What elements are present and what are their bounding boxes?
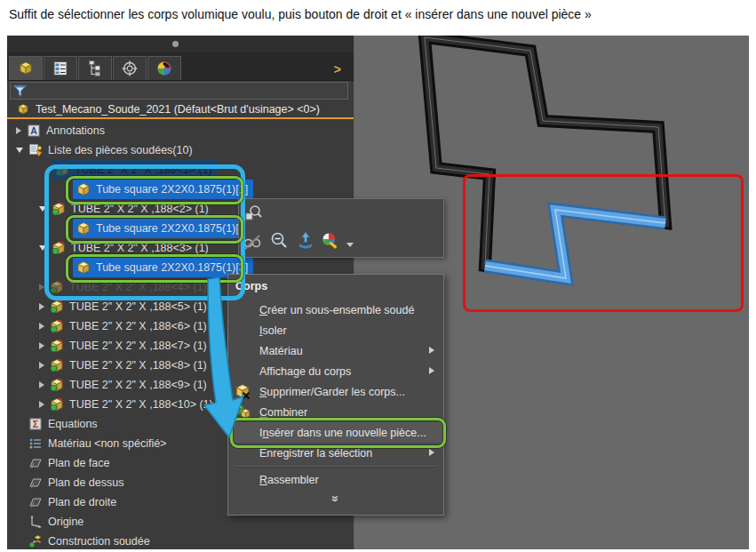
tree-item-label: Equations bbox=[48, 418, 98, 430]
hide-body-icon[interactable] bbox=[243, 232, 262, 252]
cutlist-folder-icon bbox=[50, 319, 64, 333]
filter-funnel-icon bbox=[12, 84, 28, 99]
tree-item-label: Annotations bbox=[46, 124, 105, 137]
expand-arrow-icon[interactable] bbox=[39, 323, 44, 330]
tab-propertymanager[interactable] bbox=[44, 56, 77, 80]
collapse-arrow-icon[interactable] bbox=[16, 148, 23, 153]
tab-displaymanager[interactable] bbox=[147, 56, 181, 80]
menu-item-label: Supprimer/Garder les corps... bbox=[259, 386, 405, 398]
menu-item-label: Rassembler bbox=[259, 474, 319, 486]
list-icon bbox=[52, 60, 69, 77]
tree-item-label: Plan de face bbox=[48, 457, 110, 469]
tree-item-label: Plan de droite bbox=[48, 496, 116, 508]
equations-sigma-icon bbox=[28, 417, 43, 431]
tab-configurationmanager[interactable] bbox=[78, 56, 112, 80]
plane-icon bbox=[28, 495, 43, 509]
cutlist-folder-icon bbox=[50, 300, 64, 314]
cutlist-folder-icon bbox=[50, 358, 64, 372]
tree-item-weldment-feature[interactable]: Construction soudée bbox=[7, 532, 354, 549]
menu-item-label: Enregistrer la sélection bbox=[259, 447, 372, 460]
expand-arrow-icon[interactable] bbox=[39, 381, 44, 388]
origin-axes-icon bbox=[28, 515, 43, 529]
appearances-icon[interactable] bbox=[321, 230, 340, 250]
isolate-icon[interactable] bbox=[296, 230, 315, 250]
menu-item-label: Combiner bbox=[259, 406, 307, 419]
screenshot-page: Suffit de sélectionner les corps volumiq… bbox=[0, 0, 756, 552]
context-shortcut-toolbar bbox=[238, 198, 444, 258]
expand-arrow-icon[interactable] bbox=[39, 401, 44, 408]
green-highlight-box-body2 bbox=[66, 215, 243, 244]
tree-item-annotations[interactable]: Annotations bbox=[7, 121, 354, 140]
plane-icon bbox=[28, 476, 43, 490]
tree-item-label: Plan de dessus bbox=[48, 476, 123, 489]
expand-arrow-icon[interactable] bbox=[39, 303, 44, 310]
tree-item-weldment-cutlist[interactable]: Liste des pièces soudées(10) bbox=[7, 140, 354, 160]
tree-icon bbox=[86, 60, 104, 77]
tab-featuremanager[interactable] bbox=[9, 56, 43, 80]
part-icon bbox=[17, 60, 35, 77]
expand-arrow-icon[interactable] bbox=[39, 342, 44, 349]
filter-bar bbox=[7, 80, 354, 101]
tree-filter-input[interactable] bbox=[10, 82, 348, 100]
green-highlight-box-body1 bbox=[66, 176, 243, 204]
annotation-arrow bbox=[183, 276, 263, 449]
color-ball-icon bbox=[155, 60, 173, 77]
cutlist-folder-icon bbox=[50, 339, 64, 353]
tree-item-label: Liste des pièces soudées(10) bbox=[48, 144, 193, 156]
annotations-icon bbox=[27, 124, 41, 138]
cutlist-folder-icon bbox=[50, 378, 64, 392]
menu-separator bbox=[235, 466, 436, 467]
cutlist-folder-icon bbox=[50, 397, 64, 412]
solidworks-window: > Test_Mecano_Soude_2021 (Défaut<Brut d'… bbox=[7, 36, 749, 549]
part-document-icon bbox=[16, 102, 30, 116]
magnify-selection-icon[interactable] bbox=[269, 231, 289, 251]
weldment-icon bbox=[28, 534, 43, 548]
red-annotation-rectangle bbox=[463, 174, 744, 312]
tree-item-label: Origine bbox=[48, 516, 84, 528]
document-title: Test_Mecano_Soude_2021 (Défaut<Brut d'us… bbox=[36, 103, 320, 116]
document-root-row[interactable]: Test_Mecano_Soude_2021 (Défaut<Brut d'us… bbox=[7, 101, 354, 117]
weldment-list-icon bbox=[28, 143, 43, 157]
zoom-to-selection-icon[interactable] bbox=[243, 204, 263, 223]
menu-item-label: Matériau bbox=[259, 345, 303, 357]
menu-item-label: Affichage du corps bbox=[259, 365, 351, 378]
caption-text: Suffit de sélectionner les corps volumiq… bbox=[9, 7, 592, 21]
menu-item-collapse-items[interactable]: Rassembler bbox=[229, 469, 442, 490]
submenu-arrow-icon bbox=[429, 347, 434, 354]
expand-arrow-icon[interactable] bbox=[39, 362, 44, 369]
tree-item-label: Construction soudée bbox=[48, 535, 150, 548]
panel-grip-dot-icon bbox=[172, 41, 179, 47]
tab-overflow-chevron-icon[interactable]: > bbox=[334, 63, 341, 76]
expand-arrow-icon[interactable] bbox=[16, 127, 21, 134]
panel-tab-bar: > bbox=[7, 52, 354, 81]
menu-expand-chevron-icon[interactable]: » bbox=[228, 492, 443, 506]
panel-grip[interactable] bbox=[7, 36, 354, 52]
rollback-bar[interactable] bbox=[7, 117, 354, 119]
material-icon bbox=[28, 436, 43, 451]
submenu-arrow-icon bbox=[429, 449, 434, 456]
menu-item-label: Isoler bbox=[259, 324, 287, 337]
submenu-arrow-icon bbox=[429, 367, 434, 374]
tree-item-label: Matériau <non spécifié> bbox=[48, 437, 166, 450]
menu-item-label: Créer un sous-ensemble soudé bbox=[259, 304, 414, 316]
dropdown-caret-icon[interactable] bbox=[346, 236, 354, 245]
tab-dimxpertmanager[interactable] bbox=[113, 56, 147, 80]
plane-icon bbox=[28, 456, 43, 470]
target-icon bbox=[121, 60, 139, 77]
